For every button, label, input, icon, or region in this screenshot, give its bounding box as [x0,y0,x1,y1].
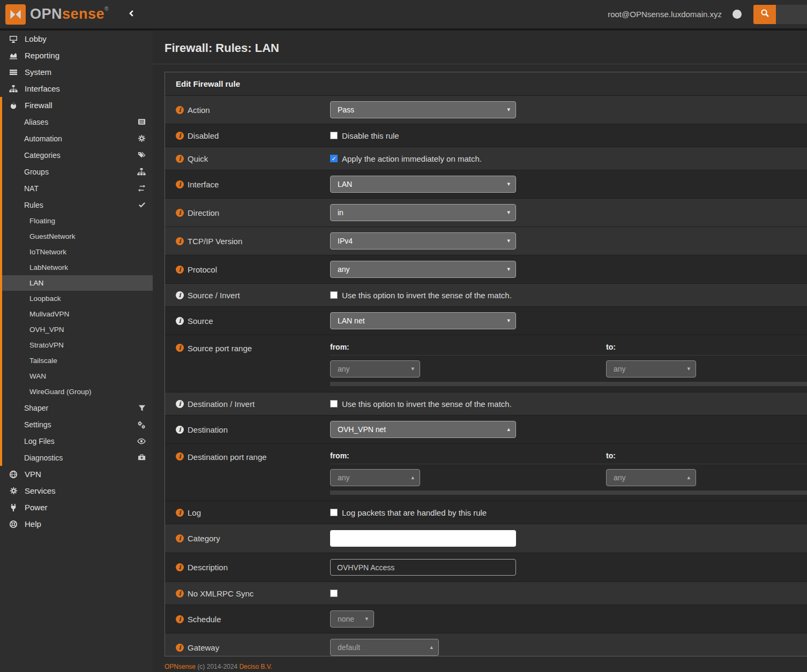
source-port-range-to-header: to: [606,341,807,356]
info-icon: i [176,155,184,163]
source-port-range-scrollbar[interactable] [330,382,807,386]
category-label: iCategory [165,524,330,553]
source-port-range-to-select[interactable]: any▾ [606,360,696,377]
source-port-range-from-select[interactable]: any▾ [330,360,420,377]
quick-checkbox[interactable]: ✓ [330,155,338,162]
sidebar-subitem-label: Log Files [24,437,55,446]
footer-deciso-link[interactable]: Deciso B.V. [239,663,272,670]
sidebar-item-log-files[interactable]: Log Files [0,433,153,449]
sidebar-item-diagnostics[interactable]: Diagnostics [0,449,153,466]
destination-port-range-from-select[interactable]: any▴ [330,469,420,486]
tcpip-version-select-value: IPv4 [338,237,353,245]
destination-port-range-scrollbar[interactable] [330,490,807,495]
gateway-label-text: Gateway [188,643,219,652]
destination-select[interactable]: OVH_VPN net▴ [330,421,516,438]
category-input[interactable] [330,530,516,547]
disabled-checkbox[interactable] [330,132,338,139]
sidebar-item-firewall[interactable]: Firewall [0,97,153,114]
sidebar-item-power[interactable]: Power [0,499,153,516]
sidebar-item-floating[interactable]: Floating [0,213,153,229]
source-select[interactable]: LAN net▾ [330,312,516,329]
sidebar-item-lan[interactable]: LAN [0,275,153,291]
action-select[interactable]: Pass▾ [330,101,516,118]
tcpip-version-select[interactable]: IPv4▾ [330,232,516,250]
sidebar-item-lobby[interactable]: Lobby [0,31,153,47]
gateway-select[interactable]: default▴ [330,639,439,656]
destination-port-range-to-select[interactable]: any▴ [606,469,696,486]
sidebar-item-nat[interactable]: NAT [0,180,153,197]
sidebar-item-categories[interactable]: Categories [0,147,153,163]
sidebar-item-guestnetwork[interactable]: GuestNetwork [0,229,153,244]
sidebar-rule-label: WAN [29,372,46,380]
source-port-range-row: iSource port rangefrom:any▾to:any▾ [165,335,807,392]
quick-label: iQuick [165,147,330,170]
sidebar-item-help[interactable]: Help [0,516,153,532]
sidebar-item-mullvadvpn[interactable]: MullvadVPN [0,306,153,322]
sidebar-collapse-button[interactable] [128,10,136,19]
eye-icon [137,437,146,446]
sitemap-icon [137,168,146,176]
destination-invert-checkbox[interactable] [330,400,338,407]
protocol-select[interactable]: any▾ [330,261,516,278]
gateway-row: iGatewaydefault▴ [165,633,807,656]
brand-logo[interactable]: OPNsense® [5,4,109,25]
footer-opnsense-link[interactable]: OPNsense [165,663,196,670]
info-icon: i [176,209,184,217]
sidebar-item-rules[interactable]: Rules [0,197,153,213]
search-input[interactable] [776,5,807,24]
source-invert-checkbox[interactable] [330,291,338,299]
interface-select[interactable]: LAN▾ [330,176,516,193]
footer-copyright: (c) 2014-2024 [197,663,237,670]
direction-row: iDirectionin▾ [165,199,807,227]
sidebar-item-loopback[interactable]: Loopback [0,291,153,306]
no-xmlrpc-sync-checkbox[interactable] [330,590,338,597]
sidebar-item-services[interactable]: Services [0,482,153,499]
search-icon [760,9,769,20]
logged-in-user[interactable]: root@OPNsense.luxdomain.xyz [608,10,722,19]
sidebar-item-automation[interactable]: Automation [0,130,153,147]
sidebar-item-reporting[interactable]: Reporting [0,47,153,64]
destination-port-range-to-select-value: any [614,473,626,482]
destination-port-range-label: iDestination port range [165,444,330,501]
log-checkbox[interactable] [330,509,338,516]
sidebar-subitem-label: Diagnostics [24,454,63,462]
sidebar-item-settings[interactable]: Settings [0,416,153,433]
sidebar-item-tailscale[interactable]: Tailscale [0,353,153,368]
schedule-select[interactable]: none▾ [330,610,374,628]
sidebar-item-system[interactable]: System [0,64,153,80]
caret-down-icon: ▾ [507,266,510,273]
sidebar-item-label: Power [25,503,48,512]
schedule-control: none▾ [330,605,807,633]
sidebar-item-iotnetwork[interactable]: IoTNetwork [0,244,153,260]
action-label-text: Action [188,105,210,115]
direction-select[interactable]: in▾ [330,204,516,221]
description-input[interactable] [330,559,516,576]
tcpip-version-label-text: TCP/IP Version [188,237,242,246]
sidebar-item-shaper[interactable]: Shaper [0,399,153,416]
search-button[interactable] [753,5,776,24]
caret-down-icon: ▾ [687,365,690,372]
sidebar-item-ovh-vpn[interactable]: OVH_VPN [0,322,153,337]
desktop-icon [8,35,19,43]
interface-select-value: LAN [338,180,352,188]
tcpip-version-label: iTCP/IP Version [165,227,330,255]
sidebar-item-wireguard-group[interactable]: WireGuard (Group) [0,384,153,399]
sitemap-icon [8,85,19,93]
no-xmlrpc-sync-label-text: No XMLRPC Sync [188,589,253,598]
action-select-value: Pass [338,105,354,114]
quick-checkbox-wrap: ✓Apply the action immediately on match. [330,154,482,163]
source-port-range-from-column: from:any▾ [330,341,606,377]
sidebar-item-interfaces[interactable]: Interfaces [0,80,153,97]
sidebar-section-system: System [0,64,153,80]
direction-select-value: in [338,208,343,217]
sidebar-item-vpn[interactable]: VPN [0,466,153,482]
sidebar-item-groups[interactable]: Groups [0,163,153,180]
sidebar-item-wan[interactable]: WAN [0,368,153,384]
sidebar-item-labnetwork[interactable]: LabNetwork [0,260,153,275]
source-port-range-control: from:any▾to:any▾ [330,335,807,392]
sidebar-item-aliases[interactable]: Aliases [0,114,153,130]
info-icon: i [176,563,184,571]
sidebar-item-stratovpn[interactable]: StratoVPN [0,337,153,353]
system-icon [8,68,19,77]
info-icon: i [176,180,184,188]
